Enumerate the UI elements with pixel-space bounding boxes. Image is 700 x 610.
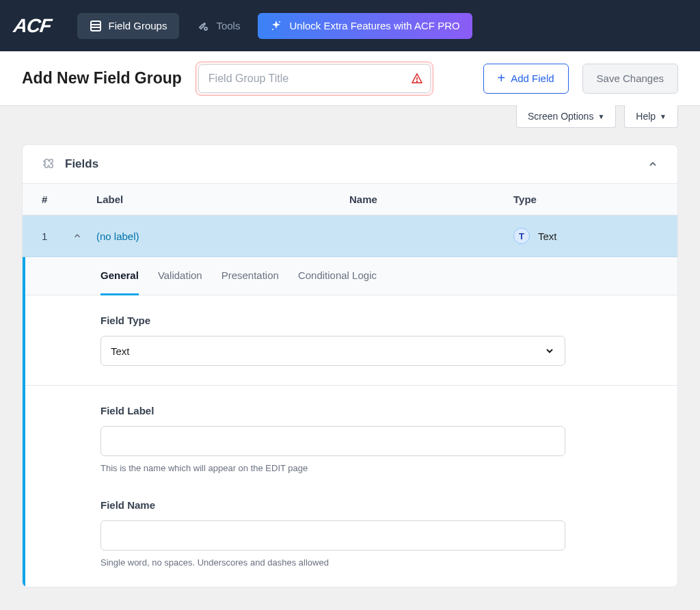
col-num: # [42, 194, 96, 205]
fields-panel: Fields # Label Name Type 1 (no label) T … [22, 144, 678, 587]
col-label: Label [96, 194, 349, 205]
nav-label: Tools [216, 20, 240, 31]
nav-tools[interactable]: Tools [185, 13, 252, 39]
field-label: Field Type [100, 315, 602, 326]
warning-icon [411, 72, 423, 85]
top-navigation: ACF Field Groups Tools [0, 0, 700, 51]
field-label-input[interactable] [100, 426, 565, 456]
nav-label: Unlock Extra Features with ACF PRO [289, 20, 459, 31]
svg-point-5 [272, 29, 273, 30]
field-type-section: Field Type Text [25, 295, 677, 386]
button-label: Screen Options [528, 111, 594, 122]
panel-header: Fields [23, 145, 677, 183]
col-name: Name [349, 194, 513, 205]
nav-label: Field Groups [109, 20, 167, 31]
svg-point-7 [416, 81, 417, 81]
field-label-section: Field Label This is the name which will … [25, 386, 677, 492]
row-number: 1 [42, 230, 72, 242]
add-field-button[interactable]: + Add Field [483, 64, 569, 94]
layout-icon [90, 20, 102, 32]
chevron-down-icon [544, 345, 555, 356]
acf-logo: ACF [12, 15, 53, 37]
field-name-input[interactable] [100, 520, 565, 551]
svg-point-3 [204, 27, 207, 30]
help-button[interactable]: Help ▼ [624, 105, 678, 128]
chevron-up-icon[interactable] [647, 159, 658, 170]
col-type: Type [513, 194, 658, 205]
save-changes-button[interactable]: Save Changes [582, 64, 678, 94]
button-label: Save Changes [597, 72, 664, 84]
editor-tabs: General Validation Presentation Conditio… [25, 257, 677, 295]
row-type: T Text [513, 228, 658, 244]
nav-unlock-pro[interactable]: Unlock Extra Features with ACF PRO [258, 13, 472, 39]
row-label-link[interactable]: (no label) [96, 230, 349, 242]
tab-presentation[interactable]: Presentation [221, 257, 279, 295]
nav-field-groups[interactable]: Field Groups [77, 13, 180, 39]
page-title: Add New Field Group [22, 69, 182, 88]
tab-conditional-logic[interactable]: Conditional Logic [298, 257, 377, 295]
field-editor: General Validation Presentation Conditio… [23, 257, 677, 587]
caret-down-icon: ▼ [660, 113, 667, 120]
header-bar: Add New Field Group + Add Field Save Cha… [0, 51, 700, 106]
svg-point-4 [279, 21, 280, 23]
field-group-title-input[interactable] [198, 64, 431, 93]
help-text: This is the name which will appear on th… [100, 463, 602, 473]
table-header: # Label Name Type [23, 183, 677, 215]
plus-icon: + [498, 70, 506, 86]
caret-down-icon: ▼ [597, 113, 604, 120]
table-row[interactable]: 1 (no label) T Text [23, 215, 677, 257]
help-text: Single word, no spaces. Underscores and … [100, 557, 602, 568]
field-label: Field Name [100, 499, 602, 511]
tab-general[interactable]: General [100, 257, 139, 295]
button-label: Help [636, 111, 656, 122]
sparkle-icon [270, 20, 282, 32]
svg-rect-0 [91, 21, 100, 31]
field-label: Field Label [100, 405, 602, 416]
type-text: Text [538, 230, 557, 242]
panel-title: Fields [65, 157, 638, 171]
screen-options-button[interactable]: Screen Options ▼ [516, 105, 616, 128]
field-name-section: Field Name Single word, no spaces. Under… [25, 492, 677, 587]
tab-validation[interactable]: Validation [158, 257, 202, 295]
wrench-icon [197, 20, 209, 32]
select-value: Text [111, 345, 130, 357]
button-label: Add Field [511, 72, 554, 84]
field-type-select[interactable]: Text [100, 336, 565, 366]
type-badge: T [513, 228, 530, 244]
chevron-up-icon[interactable] [72, 231, 96, 241]
puzzle-icon [42, 157, 55, 171]
secondary-bar: Screen Options ▼ Help ▼ [0, 105, 700, 128]
title-input-wrapper [196, 62, 433, 96]
